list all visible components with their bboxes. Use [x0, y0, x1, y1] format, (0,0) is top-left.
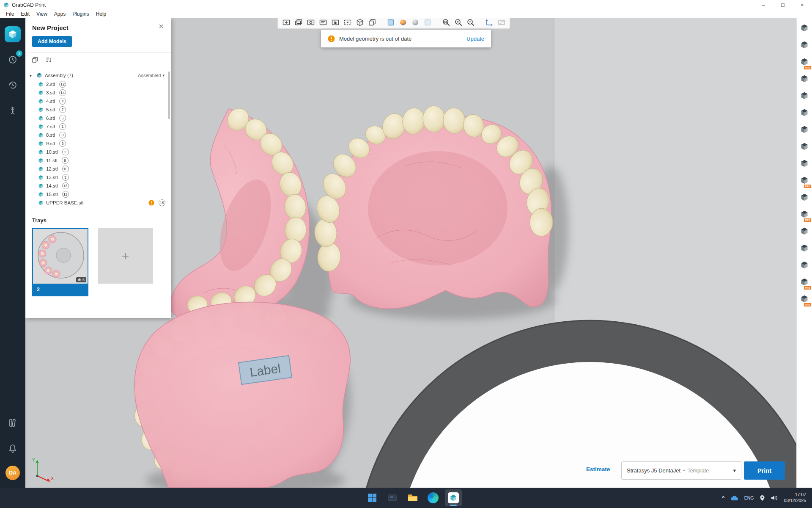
duplicate-icon[interactable]: PRO — [799, 124, 809, 135]
menu-item[interactable]: Apps — [51, 11, 69, 17]
model-name: 14.stl — [46, 183, 58, 188]
copy-model-icon[interactable] — [367, 17, 377, 27]
menu-item[interactable]: Plugins — [69, 11, 92, 17]
model-tree-item[interactable]: 9.stl 6 — [25, 139, 171, 148]
nesting-icon[interactable]: PRO — [799, 175, 809, 185]
minimize-button[interactable]: – — [754, 0, 773, 10]
display-material-icon[interactable] — [398, 17, 408, 27]
model-tree-item[interactable]: 6.stl 5 — [25, 114, 171, 122]
repair-icon[interactable]: PRO — [799, 243, 809, 253]
add-tray-icon[interactable] — [281, 17, 291, 27]
model-tree-item[interactable]: 2.stl 12 — [25, 80, 171, 88]
zoom-in-icon[interactable] — [453, 17, 463, 27]
model-selected-upper-jaw[interactable]: Label — [132, 302, 350, 488]
labels-icon[interactable]: PRO — [799, 192, 809, 202]
file-explorer-icon[interactable] — [404, 489, 421, 506]
close-button[interactable]: × — [793, 0, 812, 10]
menu-item[interactable]: Help — [93, 11, 110, 17]
slice-preview-icon[interactable]: PRO — [799, 260, 809, 270]
duplicate-tray-icon[interactable] — [294, 17, 303, 27]
notifications-icon[interactable] — [5, 440, 21, 456]
menu-item[interactable]: Edit — [17, 11, 33, 17]
part-cube-icon — [38, 158, 44, 163]
user-avatar[interactable]: DA — [5, 466, 20, 480]
section-view-icon[interactable] — [497, 17, 506, 27]
part-cube-icon — [38, 149, 44, 155]
hollowing-icon[interactable]: PRO — [799, 226, 809, 236]
display-shaded-icon[interactable] — [410, 17, 420, 27]
print-workspace-icon[interactable] — [5, 26, 21, 42]
analyze-icon[interactable] — [5, 102, 21, 119]
supports-icon[interactable]: PRO — [799, 108, 809, 118]
window-title: GrabCAD Print — [12, 2, 46, 8]
edge-browser-icon[interactable] — [425, 489, 442, 506]
print-button[interactable]: Print — [744, 461, 785, 480]
texture-icon[interactable]: PRO — [799, 209, 809, 219]
assembly-row[interactable]: ▾ Assembly (7) Assembled ▾ — [25, 71, 171, 80]
model-tree-item[interactable]: 8.stl 8 — [25, 131, 171, 139]
measure-icon[interactable]: PRO — [799, 91, 809, 101]
tray-template-icon[interactable] — [343, 17, 352, 27]
display-solid-icon[interactable] — [386, 17, 395, 27]
arrange-icon[interactable]: PRO — [799, 158, 809, 168]
model-tree-item[interactable]: 15.stl 11 — [25, 190, 171, 199]
cloud-icon[interactable] — [731, 495, 738, 501]
material-manager-icon[interactable]: PRO — [799, 277, 809, 287]
add-tray-button[interactable]: + — [98, 228, 153, 284]
tray-settings-icon[interactable] — [306, 17, 315, 27]
view-cube-icon[interactable] — [355, 17, 365, 27]
language-indicator[interactable]: ENG — [744, 495, 754, 500]
menu-item[interactable]: File — [3, 11, 17, 17]
history-icon[interactable] — [5, 77, 21, 93]
add-models-button[interactable]: Add Models — [32, 36, 72, 47]
model-tree-item[interactable]: UPPER BASE.stl 15 — [25, 199, 171, 207]
model-count-badge: 15 — [159, 199, 165, 206]
expand-caret-icon[interactable]: ▾ — [30, 73, 34, 78]
taskbar-clock[interactable]: 17:07 03/12/2025 — [784, 492, 806, 503]
display-transparent-icon[interactable] — [422, 17, 432, 27]
volume-icon[interactable] — [771, 495, 778, 501]
menu-item[interactable]: View — [33, 11, 51, 17]
tray-info-icon[interactable] — [318, 17, 328, 27]
tree-scrollbar[interactable] — [168, 72, 170, 119]
model-tree-item[interactable]: 11.stl 9 — [25, 156, 171, 165]
export-icon[interactable]: PRO — [799, 294, 809, 304]
learn-icon[interactable] — [5, 415, 21, 431]
sort-list-icon[interactable] — [45, 56, 52, 64]
model-tree-item[interactable]: 5.stl 7 — [25, 105, 171, 114]
smart-arrange-icon[interactable]: PRO — [799, 57, 809, 67]
close-panel-icon[interactable]: × — [156, 21, 166, 31]
tray-insights-icon[interactable]: PRO — [799, 23, 809, 33]
orientation-icon[interactable]: PRO — [799, 74, 809, 84]
model-tree-item[interactable]: 10.stl 2 — [25, 148, 171, 156]
model-name: UPPER BASE.stl — [46, 200, 83, 205]
copy-list-icon[interactable] — [31, 56, 38, 64]
model-tree-item[interactable]: 13.stl 3 — [25, 173, 171, 182]
pro-badge: PRO — [804, 218, 811, 222]
grabcad-print-taskbar-icon[interactable] — [445, 489, 462, 506]
lock-tray-icon[interactable] — [330, 17, 340, 27]
task-view-icon[interactable] — [384, 489, 401, 506]
model-tree-item[interactable]: 12.stl 10 — [25, 165, 171, 173]
tray-overflow-chevron-icon[interactable]: ^ — [722, 495, 725, 501]
schedule-icon[interactable]: 3 — [5, 52, 21, 68]
maximize-button[interactable]: □ — [773, 0, 793, 10]
menu-bar: FileEditViewAppsPluginsHelp — [0, 10, 812, 18]
model-tree-item[interactable]: 3.stl 14 — [25, 88, 171, 97]
tray-thumbnail-selected[interactable]: 6 2 — [32, 228, 88, 296]
zoom-out-icon[interactable] — [466, 17, 475, 27]
printer-dropdown[interactable]: Stratasys J5 DentaJet • Template ▾ — [621, 461, 741, 480]
model-tree-item[interactable]: 7.stl 1 — [25, 122, 171, 131]
model-tree-item[interactable]: 14.stl 13 — [25, 182, 171, 190]
assembly-label: Assembly (7) — [45, 73, 73, 78]
axes-icon[interactable] — [484, 17, 494, 27]
model-settings-icon[interactable]: PRO — [799, 40, 809, 50]
update-link[interactable]: Update — [466, 36, 484, 42]
assembled-dropdown[interactable]: Assembled ▾ — [138, 73, 165, 78]
estimate-link[interactable]: Estimate — [586, 466, 610, 472]
model-tree-item[interactable]: 4.stl 4 — [25, 97, 171, 105]
start-button[interactable] — [364, 489, 381, 506]
zoom-fit-icon[interactable] — [441, 17, 451, 27]
time: 17:07 — [795, 492, 806, 498]
scale-icon[interactable]: PRO — [799, 141, 809, 152]
